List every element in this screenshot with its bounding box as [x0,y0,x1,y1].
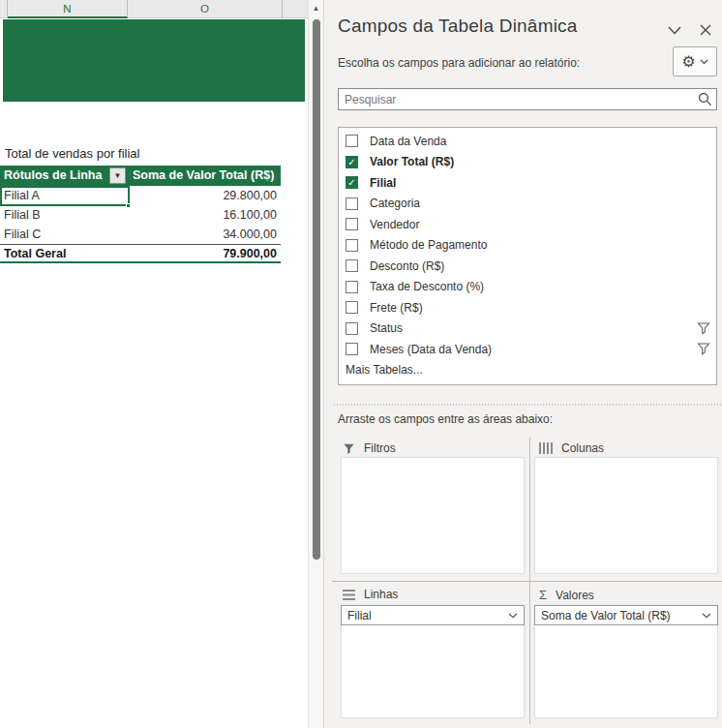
pivot-table: Rótulos de Linha ▼ Soma de Valor Total (… [0,166,281,263]
checkbox-icon[interactable] [346,259,358,272]
row-labels-dropdown-icon[interactable]: ▼ [109,167,126,184]
field-label: Categoria [370,197,716,210]
filter-icon [343,442,355,455]
search-icon[interactable] [693,92,716,106]
values-label-text: Valores [556,589,594,602]
field-label: Meses (Data da Venda) [370,343,687,356]
rows-field-pill[interactable]: Filial [341,605,525,625]
areas-horizontal-divider [332,581,722,582]
values-drop-area[interactable]: Soma de Valor Total (R$) [534,605,718,718]
field-item[interactable]: Método de Pagamento [339,235,716,257]
checkbox-icon[interactable] [346,322,358,335]
field-label: Data da Venda [370,135,716,148]
checkbox-icon[interactable] [346,135,358,147]
pill-dropdown[interactable] [508,613,518,619]
column-header-partial[interactable] [283,0,308,18]
field-label: Status [370,321,687,335]
filter-icon[interactable] [687,322,716,335]
pivot-row-label[interactable]: Filial A [0,186,129,205]
field-item[interactable]: Data da Venda [339,131,716,152]
pivot-table-title: Total de vendas por filial [5,146,139,161]
field-item[interactable]: Meses (Data da Venda) [339,339,716,360]
pivot-row-label[interactable]: Filial B [0,205,129,225]
chevron-down-icon[interactable] [663,19,686,41]
vertical-scrollbar[interactable]: ▲ [308,0,323,728]
columns-drop-area[interactable] [534,457,718,574]
pivot-body: Filial A29.800,00Filial B16.100,00Filial… [0,186,281,244]
pivot-row-value[interactable]: 29.800,00 [129,186,281,205]
checkbox-checked-icon[interactable]: ✓ [346,156,358,168]
column-header-sliver[interactable] [0,0,8,18]
columns-area-label: Colunas [539,441,604,455]
pivot-row[interactable]: Filial A29.800,00 [0,186,281,205]
chevron-down-icon [700,59,708,65]
pivot-total-label: Total Geral [0,245,129,261]
columns-label-text: Colunas [561,441,604,455]
search-input[interactable] [339,93,693,106]
field-item[interactable]: ✓Valor Total (R$) [339,152,716,173]
rows-label-text: Linhas [364,588,398,601]
scroll-up-icon[interactable]: ▲ [309,0,323,16]
field-item[interactable]: Status [339,318,716,340]
checkbox-icon[interactable] [346,239,358,252]
checkbox-icon[interactable] [346,218,358,230]
field-item[interactable]: Taxa de Desconto (%) [339,277,716,298]
column-header-n[interactable]: N [8,0,128,18]
pill-dropdown[interactable] [702,613,711,619]
field-item[interactable]: Desconto (R$) [339,256,716,277]
checkbox-icon[interactable] [346,197,358,210]
checkbox-checked-icon[interactable]: ✓ [346,176,358,189]
areas-section: Filtros Colunas Linhas Σ Valores Filial … [324,434,722,728]
pivot-header-row-labels[interactable]: Rótulos de Linha ▼ [0,166,129,186]
field-label: Valor Total (R$) [370,155,716,168]
filters-area-label: Filtros [343,441,396,455]
search-box [338,88,717,110]
pivot-total-row[interactable]: Total Geral 79.900,00 [0,244,281,263]
section-divider [334,404,721,406]
pivot-header-values[interactable]: Soma de Valor Total (R$) [129,166,281,186]
pill-label: Soma de Valor Total (R$) [541,609,702,622]
field-item[interactable]: Categoria [339,194,716,215]
tools-button[interactable]: ⚙ [673,46,717,76]
field-label: Método de Pagamento [370,238,716,252]
pivot-header-label: Rótulos de Linha [4,168,102,182]
pivot-header-row: Rótulos de Linha ▼ Soma de Valor Total (… [0,166,281,186]
green-chart-shape[interactable] [3,19,305,102]
column-header-o[interactable]: O [128,0,283,18]
field-list: Data da Venda✓Valor Total (R$)✓FilialCat… [338,127,717,385]
rows-drop-area[interactable]: Filial [341,605,525,718]
chevron-down-icon [508,613,518,619]
chevron-down-icon [702,613,711,619]
drag-areas-hint: Arraste os campos entre as áreas abaixo: [338,412,553,426]
sigma-icon: Σ [539,588,547,602]
pivot-row-value[interactable]: 34.000,00 [129,225,281,244]
field-label: Filial [370,176,716,190]
values-field-pill[interactable]: Soma de Valor Total (R$) [534,605,718,625]
pivot-row-label[interactable]: Filial C [0,225,129,244]
pane-title: Campos da Tabela Dinâmica [338,15,578,37]
pivot-total-value: 79.900,00 [129,245,281,261]
filters-drop-area[interactable] [341,457,525,574]
checkbox-icon[interactable] [346,343,358,355]
pivot-row[interactable]: Filial B16.100,00 [0,205,281,225]
gear-icon: ⚙ [681,54,695,70]
scrollbar-thumb[interactable] [313,19,320,560]
close-icon[interactable] [694,19,717,41]
field-item[interactable]: Frete (R$) [339,297,716,318]
rows-area-label: Linhas [343,588,398,601]
field-item[interactable]: ✓Filial [339,172,716,194]
pane-subtitle: Escolha os campos para adicionar ao rela… [338,56,657,70]
more-tables-link[interactable]: Mais Tabelas... [339,360,716,381]
pill-label: Filial [347,609,508,622]
columns-icon [539,442,553,454]
field-item[interactable]: Vendedor [339,214,716,235]
checkbox-icon[interactable] [346,301,358,314]
fill-handle[interactable] [126,203,131,208]
checkbox-icon[interactable] [346,281,358,293]
field-list-items: Data da Venda✓Valor Total (R$)✓FilialCat… [339,131,716,360]
field-label: Taxa de Desconto (%) [370,280,716,293]
filters-label-text: Filtros [364,441,396,455]
filter-icon[interactable] [687,343,716,355]
pivot-row[interactable]: Filial C34.000,00 [0,225,281,244]
pivot-row-value[interactable]: 16.100,00 [129,205,281,225]
